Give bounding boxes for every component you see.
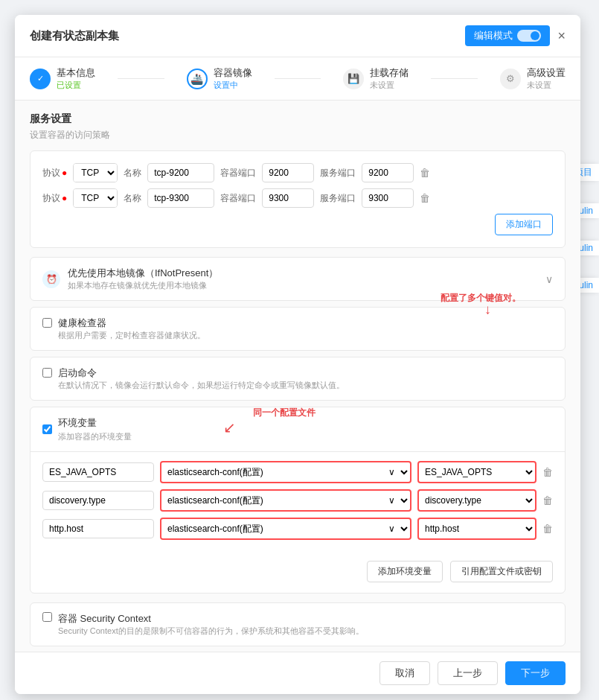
env-vars-section: 环境变量 添加容器的环境变量 ∨ bbox=[30, 407, 566, 594]
image-pull-info: 优先使用本地镜像（IfNotPresent） 如果本地存在镜像就优先使用本地镜像 bbox=[68, 267, 538, 291]
health-check-desc: 根据用户需要，定时检查容器健康状况。 bbox=[58, 330, 553, 341]
container-port-input-2[interactable] bbox=[262, 188, 314, 208]
env-key-3[interactable] bbox=[42, 519, 154, 538]
step-advanced-info: 高级设置 未设置 bbox=[527, 66, 566, 91]
name-label-1: 名称 bbox=[124, 167, 141, 179]
env-val-wrap-3: ∨ bbox=[160, 518, 411, 540]
protocol-select-wrap-1[interactable]: TCP UDP bbox=[73, 163, 118, 182]
env-right-wrap-3: http.host bbox=[417, 518, 536, 540]
step-advanced[interactable]: ⚙ 高级设置 未设置 bbox=[500, 66, 566, 91]
modal-footer: 取消 上一步 下一步 bbox=[15, 652, 580, 694]
env-vars-rows: ∨ ES_JAVA_OPTS 🗑 bbox=[31, 452, 565, 555]
name-label-2: 名称 bbox=[124, 192, 141, 205]
env-vars-checkbox[interactable] bbox=[42, 424, 52, 434]
main-modal: 创建有状态副本集 编辑模式 × ✓ 基本信息 已设置 bbox=[15, 15, 580, 694]
delete-port-1-button[interactable]: 🗑 bbox=[420, 167, 430, 179]
image-pull-desc: 如果本地存在镜像就优先使用本地镜像 bbox=[68, 280, 538, 291]
modal-content: 服务设置 设置容器的访问策略 协议● TCP UDP 名称 bbox=[15, 101, 580, 652]
env-actions: 添加环境变量 引用配置文件或密钥 bbox=[31, 555, 565, 593]
step-basic[interactable]: ✓ 基本信息 已设置 bbox=[30, 66, 95, 91]
env-val-input-1[interactable] bbox=[161, 463, 382, 481]
service-port-label-2: 服务端口 bbox=[320, 192, 356, 205]
step-advanced-title: 高级设置 bbox=[527, 66, 566, 80]
env-val-select-3[interactable]: ∨ bbox=[382, 519, 410, 538]
name-input-2[interactable] bbox=[147, 188, 214, 208]
step-container-icon: 🚢 bbox=[187, 69, 208, 89]
protocol-select-1[interactable]: TCP UDP bbox=[74, 164, 117, 182]
header-right: 编辑模式 × bbox=[465, 25, 566, 46]
steps-bar: ✓ 基本信息 已设置 🚢 容器镜像 设置中 💾 挂载存储 bbox=[15, 57, 580, 101]
add-port-button[interactable]: 添加端口 bbox=[495, 214, 553, 235]
delete-port-2-button[interactable]: 🗑 bbox=[420, 192, 430, 204]
port-row-2: 协议● TCP UDP 名称 容器端口 服务端口 🗑 bbox=[42, 188, 553, 208]
cancel-button[interactable]: 取消 bbox=[379, 661, 430, 685]
name-input-1[interactable] bbox=[147, 163, 214, 182]
protocol-select-2[interactable]: TCP UDP bbox=[74, 189, 117, 207]
env-key-1[interactable] bbox=[42, 462, 154, 482]
step-basic-title: 基本信息 bbox=[57, 66, 95, 80]
modal-title: 创建有状态副本集 bbox=[30, 29, 119, 43]
image-pull-section[interactable]: ⏰ 优先使用本地镜像（IfNotPresent） 如果本地存在镜像就优先使用本地… bbox=[30, 257, 566, 301]
env-right-select-1[interactable]: ES_JAVA_OPTS bbox=[419, 462, 535, 482]
health-check-info: 健康检查器 根据用户需要，定时检查容器健康状况。 bbox=[58, 316, 553, 341]
ref-config-button[interactable]: 引用配置文件或密钥 bbox=[450, 561, 553, 582]
env-key-2[interactable] bbox=[42, 491, 154, 510]
step-container-info: 容器镜像 设置中 bbox=[214, 66, 252, 91]
step-storage-icon: 💾 bbox=[343, 69, 364, 89]
modal-header: 创建有状态副本集 编辑模式 × bbox=[15, 15, 580, 57]
add-env-button[interactable]: 添加环境变量 bbox=[367, 561, 443, 582]
env-vars-desc: 添加容器的环境变量 bbox=[58, 431, 132, 442]
env-right-select-2[interactable]: discovery.type bbox=[419, 491, 535, 510]
env-val-input-3[interactable] bbox=[161, 520, 382, 538]
env-val-select-1[interactable]: ∨ bbox=[382, 462, 410, 482]
security-context-checkbox[interactable] bbox=[42, 612, 52, 622]
env-row-3: ∨ http.host 🗑 bbox=[42, 518, 553, 540]
protocol-label-2: 协议● bbox=[42, 192, 67, 205]
step-storage-info: 挂载存储 未设置 bbox=[370, 66, 409, 91]
env-vars-header: 环境变量 添加容器的环境变量 bbox=[31, 407, 565, 452]
container-port-label-1: 容器端口 bbox=[220, 167, 256, 179]
step-sep-2 bbox=[275, 78, 321, 79]
service-port-input-1[interactable] bbox=[362, 163, 414, 182]
delete-env-2-button[interactable]: 🗑 bbox=[542, 494, 553, 506]
security-context-section: 容器 Security Context Security Context的目的是… bbox=[30, 602, 566, 646]
step-storage-title: 挂载存储 bbox=[370, 66, 409, 80]
env-vars-title: 环境变量 bbox=[58, 417, 97, 428]
env-val-input-2[interactable] bbox=[161, 491, 382, 509]
step-sep-3 bbox=[431, 78, 478, 79]
container-port-label-2: 容器端口 bbox=[220, 192, 256, 205]
step-advanced-icon: ⚙ bbox=[500, 69, 521, 89]
protocol-label-1: 协议● bbox=[42, 167, 67, 179]
image-pull-icon: ⏰ bbox=[42, 270, 60, 288]
image-pull-title: 优先使用本地镜像（IfNotPresent） bbox=[68, 267, 538, 280]
service-settings-card: 协议● TCP UDP 名称 容器端口 服务端口 🗑 bbox=[30, 150, 566, 248]
env-row-2: ∨ discovery.type 🗑 bbox=[42, 489, 553, 512]
modal-close-button[interactable]: × bbox=[557, 29, 566, 42]
step-container-subtitle: 设置中 bbox=[214, 80, 252, 91]
env-val-wrap-1: ∨ bbox=[160, 461, 411, 483]
security-context-desc: Security Context的目的是限制不可信容器的行为，保护系统和其他容器… bbox=[58, 626, 364, 637]
service-port-input-2[interactable] bbox=[362, 188, 414, 208]
health-check-section: 健康检查器 根据用户需要，定时检查容器健康状况。 bbox=[30, 307, 566, 351]
delete-env-1-button[interactable]: 🗑 bbox=[542, 466, 553, 478]
delete-env-3-button[interactable]: 🗑 bbox=[542, 523, 553, 535]
step-storage[interactable]: 💾 挂载存储 未设置 bbox=[343, 66, 409, 91]
service-settings-desc: 设置容器的访问策略 bbox=[30, 129, 566, 141]
step-basic-info: 基本信息 已设置 bbox=[57, 66, 95, 91]
step-container[interactable]: 🚢 容器镜像 设置中 bbox=[187, 66, 252, 91]
env-right-select-3[interactable]: http.host bbox=[419, 519, 535, 538]
next-button[interactable]: 下一步 bbox=[505, 661, 566, 685]
security-context-title: 容器 Security Context bbox=[58, 612, 364, 626]
service-port-label-1: 服务端口 bbox=[320, 167, 356, 179]
start-command-checkbox[interactable] bbox=[42, 368, 52, 378]
edit-mode-button[interactable]: 编辑模式 bbox=[465, 25, 550, 46]
container-port-input-1[interactable] bbox=[262, 163, 314, 182]
env-val-select-2[interactable]: ∨ bbox=[382, 491, 410, 510]
start-command-title: 启动命令 bbox=[58, 366, 553, 380]
port-row-1: 协议● TCP UDP 名称 容器端口 服务端口 🗑 bbox=[42, 163, 553, 182]
start-command-section: 启动命令 在默认情况下，镜像会运行默认命令，如果想运行特定命令或重写镜像默认值。 bbox=[30, 357, 566, 401]
edit-mode-toggle[interactable] bbox=[517, 30, 541, 42]
protocol-select-wrap-2[interactable]: TCP UDP bbox=[73, 188, 118, 208]
prev-button[interactable]: 上一步 bbox=[438, 661, 498, 685]
health-check-checkbox[interactable] bbox=[42, 318, 52, 328]
